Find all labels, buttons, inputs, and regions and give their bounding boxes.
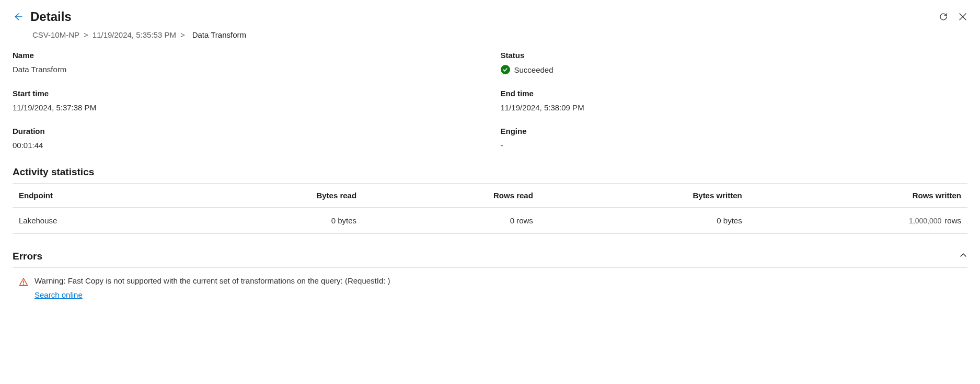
warning-icon [19, 277, 28, 289]
col-bytes-written: Bytes written [539, 184, 748, 208]
field-start-time: Start time 11/19/2024, 5:37:38 PM [13, 89, 480, 112]
rows-written-number: 1,000,000 [909, 217, 941, 225]
rows-written-unit: rows [944, 216, 961, 225]
breadcrumb: CSV-10M-NP > 11/19/2024, 5:35:53 PM > Da… [32, 30, 967, 39]
col-bytes-read: Bytes read [185, 184, 363, 208]
breadcrumb-separator: > [180, 30, 185, 39]
name-value: Data Transform [13, 65, 480, 74]
search-online-link[interactable]: Search online [34, 290, 390, 299]
duration-label: Duration [13, 127, 480, 135]
activity-statistics-table: Endpoint Bytes read Rows read Bytes writ… [13, 183, 967, 234]
status-label: Status [501, 51, 968, 60]
field-name: Name Data Transform [13, 51, 480, 74]
cell-rows-read: 0 rows [363, 208, 539, 234]
field-end-time: End time 11/19/2024, 5:38:09 PM [501, 89, 968, 112]
end-time-label: End time [501, 89, 968, 98]
col-endpoint: Endpoint [13, 184, 185, 208]
status-value: Succeeded [514, 65, 554, 74]
close-button[interactable] [958, 12, 967, 21]
error-item: Warning: Fast Copy is not supported with… [13, 268, 967, 299]
breadcrumb-current: Data Transform [192, 30, 246, 39]
breadcrumb-timestamp[interactable]: 11/19/2024, 5:35:53 PM [93, 30, 176, 39]
success-icon [501, 65, 510, 74]
field-status: Status Succeeded [501, 51, 968, 74]
col-rows-read: Rows read [363, 184, 539, 208]
collapse-errors-button[interactable] [959, 251, 967, 262]
svg-point-1 [23, 284, 24, 285]
start-time-value: 11/19/2024, 5:37:38 PM [13, 103, 480, 112]
field-duration: Duration 00:01:44 [13, 127, 480, 150]
start-time-label: Start time [13, 89, 480, 98]
refresh-button[interactable] [938, 12, 949, 22]
table-row: Lakehouse 0 bytes 0 rows 0 bytes 1,000,0… [13, 208, 967, 234]
engine-value: - [501, 141, 968, 150]
cell-bytes-written: 0 bytes [539, 208, 748, 234]
col-rows-written: Rows written [748, 184, 967, 208]
activity-statistics-title: Activity statistics [13, 166, 967, 178]
error-message: Warning: Fast Copy is not supported with… [34, 276, 390, 285]
duration-value: 00:01:44 [13, 141, 480, 150]
page-title: Details [30, 9, 72, 24]
field-engine: Engine - [501, 127, 968, 150]
cell-bytes-read: 0 bytes [185, 208, 363, 234]
breadcrumb-separator: > [84, 30, 88, 39]
back-button[interactable] [13, 12, 23, 22]
cell-rows-written: 1,000,000 rows [748, 208, 967, 234]
end-time-value: 11/19/2024, 5:38:09 PM [501, 103, 968, 112]
errors-title: Errors [13, 251, 42, 262]
engine-label: Engine [501, 127, 968, 135]
breadcrumb-parent[interactable]: CSV-10M-NP [32, 30, 79, 39]
name-label: Name [13, 51, 480, 60]
cell-endpoint: Lakehouse [13, 208, 185, 234]
